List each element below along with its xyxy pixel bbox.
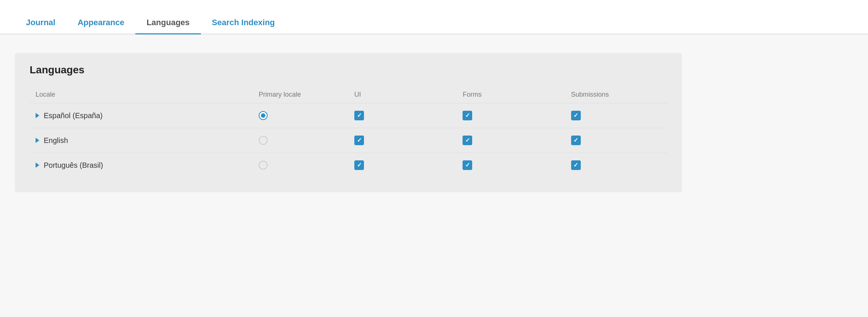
forms-checkbox[interactable] xyxy=(463,160,472,170)
primary-locale-radio[interactable] xyxy=(259,136,268,145)
tab-journal[interactable]: Journal xyxy=(15,11,66,34)
col-header-locale: Locale xyxy=(30,86,253,103)
submissions-checkbox[interactable] xyxy=(571,111,581,120)
table-row: Español (España) xyxy=(30,103,667,128)
col-header-forms: Forms xyxy=(457,86,565,103)
locale-name: English xyxy=(44,136,68,145)
ui-checkbox[interactable] xyxy=(354,111,364,120)
expand-row-icon[interactable] xyxy=(36,113,39,118)
locale-name: Português (Brasil) xyxy=(44,161,103,170)
ui-checkbox[interactable] xyxy=(354,136,364,145)
submissions-checkbox[interactable] xyxy=(571,136,581,145)
forms-checkbox[interactable] xyxy=(463,111,472,120)
submissions-checkbox[interactable] xyxy=(571,160,581,170)
col-header-ui: UI xyxy=(348,86,457,103)
col-header-primary-locale: Primary locale xyxy=(253,86,348,103)
tabs-bar: Journal Appearance Languages Search Inde… xyxy=(0,0,868,34)
forms-checkbox[interactable] xyxy=(463,136,472,145)
locale-name: Español (España) xyxy=(44,111,103,120)
primary-locale-radio[interactable] xyxy=(259,161,268,170)
tab-appearance[interactable]: Appearance xyxy=(66,11,135,34)
card-title: Languages xyxy=(30,64,667,76)
expand-row-icon[interactable] xyxy=(36,138,39,143)
ui-checkbox[interactable] xyxy=(354,160,364,170)
content-area: Languages Locale Primary locale UI Forms… xyxy=(0,34,868,317)
col-header-submissions: Submissions xyxy=(565,86,667,103)
expand-row-icon[interactable] xyxy=(36,163,39,168)
table-row: Português (Brasil) xyxy=(30,153,667,178)
page-wrapper: Journal Appearance Languages Search Inde… xyxy=(0,0,868,317)
table-row: English xyxy=(30,128,667,153)
languages-table: Locale Primary locale UI Forms Submissio… xyxy=(30,86,667,177)
tab-languages[interactable]: Languages xyxy=(135,11,201,34)
primary-locale-radio[interactable] xyxy=(259,111,268,120)
tab-search-indexing[interactable]: Search Indexing xyxy=(201,11,286,34)
languages-card: Languages Locale Primary locale UI Forms… xyxy=(15,53,682,192)
